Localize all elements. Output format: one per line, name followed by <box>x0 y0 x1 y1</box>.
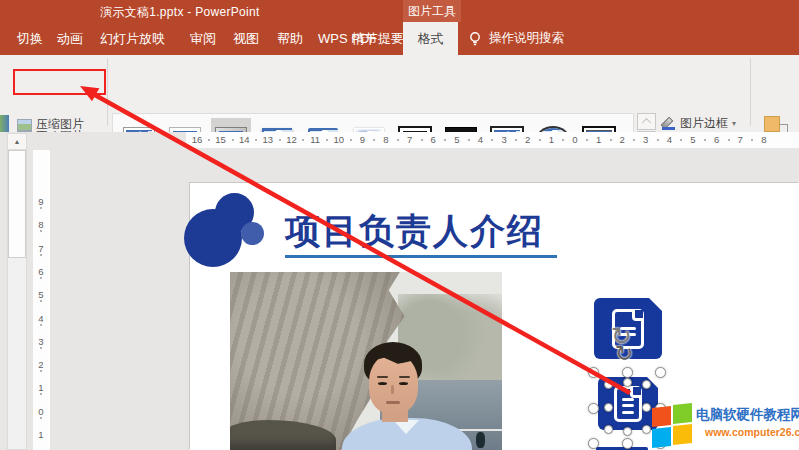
photo-distant-person <box>476 432 485 448</box>
windows-logo-icon <box>652 404 694 446</box>
lightbulb-icon <box>468 31 482 46</box>
selection-handle-inner[interactable] <box>604 403 613 412</box>
selection-handle-inner[interactable] <box>623 378 632 387</box>
tell-me-label: 操作说明搜索 <box>489 30 564 47</box>
photo-face-mouth <box>386 401 400 404</box>
watermark: 电脑软硬件教程网 www.computer26.com <box>650 402 799 450</box>
group-separator <box>750 58 751 126</box>
ruler-number: 8 <box>379 134 393 145</box>
bring-forward-icon <box>764 116 780 132</box>
ruler-number: 9 <box>34 196 48 207</box>
folded-corner-icon <box>648 297 663 312</box>
menu-tab-8[interactable]: 情节提要 <box>352 22 404 55</box>
menu-tab-3[interactable]: 幻灯片放映 <box>100 22 165 55</box>
watermark-site-url: www.computer26.com <box>705 426 799 438</box>
ruler-number: 2 <box>615 134 629 145</box>
ruler-number: 15 <box>214 134 228 145</box>
slide-editor-area: 16151413121110987654321012345678 9876543… <box>0 132 799 450</box>
ruler-number: 11 <box>308 134 322 145</box>
photo-man-face <box>369 354 418 414</box>
picture-border-dropdown-icon[interactable]: ▾ <box>732 119 736 128</box>
ruler-number: 9 <box>355 134 369 145</box>
ruler-number: 1 <box>34 382 48 393</box>
title-bar: 演示文稿1.pptx - PowerPoint 图片工具 <box>0 0 799 22</box>
ruler-number: 10 <box>332 134 346 145</box>
ruler-number: 4 <box>662 134 676 145</box>
ruler-number: 4 <box>473 134 487 145</box>
left-scrollbar[interactable]: ▲ <box>7 133 27 450</box>
annotation-highlight-box <box>13 69 106 95</box>
ribbon-tab-bar: 切换动画幻灯片放映审阅视图帮助WPS PDF情节提要 格式 操作说明搜索 <box>0 22 799 55</box>
ruler-number: 6 <box>34 266 48 277</box>
horizontal-ruler: 16151413121110987654321012345678 <box>186 132 799 148</box>
ruler-number: 6 <box>426 134 440 145</box>
powerpoint-window: 演示文稿1.pptx - PowerPoint 图片工具 切换动画幻灯片放映审阅… <box>0 0 799 450</box>
slide-title[interactable]: 项目负责人介绍 <box>285 208 544 255</box>
ruler-number: 1 <box>34 429 48 440</box>
menu-tab-6[interactable]: 帮助 <box>277 22 303 55</box>
window-title: 演示文稿1.pptx - PowerPoint <box>100 4 260 21</box>
selection-handle-inner[interactable] <box>604 425 613 434</box>
ruler-number: 8 <box>34 219 48 230</box>
tell-me-search[interactable]: 操作说明搜索 <box>468 22 564 55</box>
photo-face-brow <box>399 376 410 378</box>
ruler-number: 1 <box>544 134 558 145</box>
ruler-number: 5 <box>450 134 464 145</box>
ruler-number: 1 <box>592 134 606 145</box>
selection-handle-outer[interactable] <box>655 367 666 378</box>
scrollbar-up-arrow-icon[interactable]: ▲ <box>8 134 26 150</box>
picture-tools-contextual-header: 图片工具 <box>403 0 461 22</box>
ribbon-format: 果 压缩图片 ↻ 更改图片 ▾ ↺ 重置图片 ▾ 图片边框 ▾ <box>0 55 799 133</box>
title-underline <box>285 255 557 258</box>
selection-handle-outer[interactable] <box>588 438 599 449</box>
ruler-number: 8 <box>757 134 771 145</box>
ruler-number: 16 <box>190 134 204 145</box>
selection-handle-inner[interactable] <box>642 380 651 389</box>
ruler-number: 2 <box>521 134 535 145</box>
photo-face-eye <box>399 382 408 385</box>
ruler-number: 14 <box>237 134 251 145</box>
menu-tab-1[interactable]: 切换 <box>17 22 43 55</box>
ruler-number: 7 <box>403 134 417 145</box>
group-separator <box>107 58 108 126</box>
selection-handle-outer[interactable] <box>622 438 633 449</box>
rotate-cursor-icon: ↻ <box>615 341 633 366</box>
ruler-number: 3 <box>639 134 653 145</box>
menu-tab-5[interactable]: 视图 <box>233 22 259 55</box>
selection-handle-outer[interactable] <box>588 367 599 378</box>
ruler-number: 7 <box>34 243 48 254</box>
photo-face-eye <box>378 382 387 385</box>
scrollbar-thumb[interactable] <box>8 150 26 258</box>
selection-handle-inner[interactable] <box>623 427 632 436</box>
ruler-number: 2 <box>34 359 48 370</box>
ruler-number: 13 <box>261 134 275 145</box>
ruler-number: 5 <box>34 289 48 300</box>
tab-format[interactable]: 格式 <box>403 22 458 55</box>
portrait-photo[interactable] <box>230 272 502 450</box>
vertical-ruler: 98765432101 <box>33 150 50 450</box>
menu-tab-4[interactable]: 审阅 <box>190 22 216 55</box>
ruler-number: 7 <box>733 134 747 145</box>
ruler-number: 3 <box>497 134 511 145</box>
page-glyph <box>614 386 642 422</box>
picture-border-icon <box>662 117 676 130</box>
ruler-number: 6 <box>710 134 724 145</box>
ruler-number: 0 <box>34 406 48 417</box>
picture-border-button[interactable]: 图片边框 ▾ <box>662 115 736 132</box>
photo-face-nose <box>391 385 394 394</box>
ruler-number: 4 <box>34 313 48 324</box>
gallery-scroll-up-button[interactable] <box>637 113 656 130</box>
menu-tab-2[interactable]: 动画 <box>57 22 83 55</box>
decorative-circle-small[interactable] <box>241 222 264 245</box>
selection-handle-outer[interactable] <box>622 367 633 378</box>
ruler-number: 0 <box>568 134 582 145</box>
ruler-number: 5 <box>686 134 700 145</box>
watermark-site-name: 电脑软硬件教程网 <box>696 406 799 424</box>
selection-handle-outer[interactable] <box>588 403 599 414</box>
ruler-number: 12 <box>284 134 298 145</box>
photo-face-brow <box>377 376 388 378</box>
photo-man-collar <box>393 420 419 434</box>
selection-handle-inner[interactable] <box>604 380 613 389</box>
ruler-number: 3 <box>34 336 48 347</box>
